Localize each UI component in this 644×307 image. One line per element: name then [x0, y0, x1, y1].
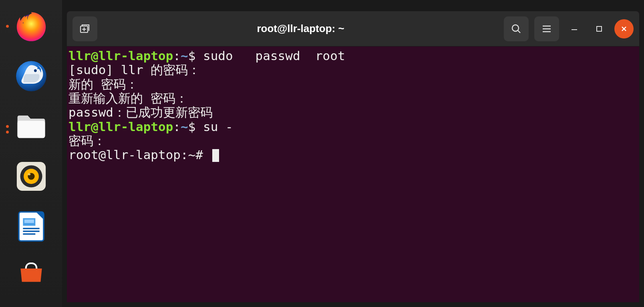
new-tab-button[interactable] — [72, 16, 97, 41]
terminal-line: 新的 密码： — [68, 77, 638, 91]
terminal-line: llr@llr-laptop:~$ sudo passwd root — [68, 49, 638, 63]
speaker-icon — [14, 159, 48, 194]
svg-rect-14 — [23, 230, 39, 232]
terminal-line: llr@llr-laptop:~$ su - — [68, 120, 638, 134]
svg-rect-23 — [597, 26, 602, 31]
terminal-line: root@llr-laptop:~# — [68, 148, 638, 162]
dock-firefox[interactable] — [13, 8, 49, 44]
terminal-line: passwd：已成功更新密码 — [68, 105, 638, 119]
svg-line-18 — [518, 30, 520, 33]
new-tab-icon — [79, 23, 91, 35]
dock-indicator — [6, 25, 9, 28]
svg-rect-15 — [23, 233, 35, 234]
dock-rhythmbox[interactable] — [13, 158, 49, 194]
thunderbird-icon — [14, 59, 48, 93]
hamburger-icon — [541, 24, 552, 34]
dock-libreoffice-writer[interactable] — [13, 208, 49, 244]
terminal-line: 重新输入新的 密码： — [68, 91, 638, 105]
svg-point-9 — [28, 173, 30, 175]
svg-rect-10 — [19, 212, 44, 241]
close-icon — [620, 25, 628, 32]
firefox-icon — [14, 9, 48, 43]
terminal-line: [sudo] llr 的密码： — [68, 63, 638, 77]
svg-point-17 — [512, 25, 519, 31]
dock-files[interactable] — [13, 108, 49, 144]
terminal-cursor — [212, 149, 219, 162]
terminal-window: root@llr-laptop: ~ — [67, 11, 639, 302]
minimize-icon — [570, 25, 578, 33]
dock-software[interactable] — [13, 254, 49, 291]
search-button[interactable] — [504, 16, 529, 41]
dock-thunderbird[interactable] — [13, 58, 49, 94]
terminal-line: 密码： — [68, 134, 638, 148]
close-button[interactable] — [614, 19, 634, 38]
maximize-button[interactable] — [590, 19, 609, 38]
folder-icon — [14, 109, 48, 143]
maximize-icon — [596, 25, 603, 32]
minimize-button[interactable] — [565, 19, 584, 38]
svg-point-2 — [34, 69, 36, 72]
writer-icon — [14, 209, 48, 244]
svg-rect-4 — [17, 121, 45, 138]
shopping-bag-icon — [14, 263, 48, 283]
terminal-body[interactable]: llr@llr-laptop:~$ sudo passwd root[sudo]… — [67, 46, 639, 302]
window-title: root@llr-laptop: ~ — [257, 22, 344, 34]
search-icon — [511, 23, 522, 34]
dock — [0, 0, 62, 307]
svg-rect-12 — [24, 220, 34, 223]
menu-button[interactable] — [534, 16, 559, 41]
dock-indicator — [6, 125, 9, 128]
svg-rect-13 — [23, 228, 39, 229]
titlebar: root@llr-laptop: ~ — [67, 11, 639, 46]
